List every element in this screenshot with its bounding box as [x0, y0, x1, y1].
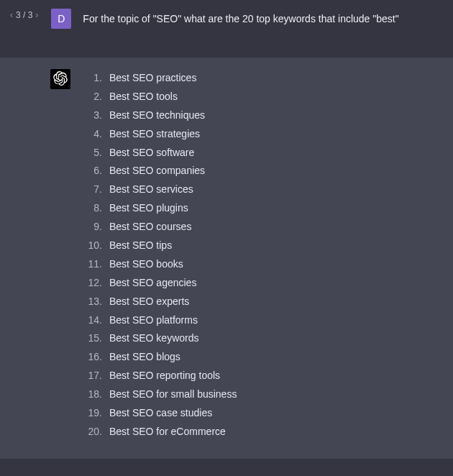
keyword-list: Best SEO practicesBest SEO toolsBest SEO…: [83, 69, 237, 441]
keyword-list-item: Best SEO keywords: [83, 329, 237, 348]
keyword-text: Best SEO agencies: [109, 274, 196, 293]
keyword-text: Best SEO books: [109, 255, 183, 274]
keyword-list-item: Best SEO services: [83, 180, 237, 199]
keyword-list-item: Best SEO plugins: [83, 199, 237, 218]
user-message-text: For the topic of "SEO" what are the 20 t…: [83, 9, 444, 27]
keyword-list-item: Best SEO case studies: [83, 404, 237, 423]
keyword-text: Best SEO software: [109, 144, 194, 163]
keyword-list-item: Best SEO software: [83, 144, 237, 163]
keyword-text: Best SEO courses: [109, 218, 191, 237]
keyword-list-item: Best SEO tips: [83, 237, 237, 255]
pager-prev-icon[interactable]: ‹: [9, 11, 14, 19]
openai-icon: [53, 71, 68, 88]
keyword-text: Best SEO case studies: [109, 404, 212, 423]
keyword-list-item: Best SEO experts: [83, 293, 237, 311]
keyword-list-item: Best SEO strategies: [83, 125, 237, 144]
keyword-text: Best SEO for small business: [109, 385, 237, 404]
keyword-list-item: Best SEO books: [83, 255, 237, 274]
keyword-list-item: Best SEO practices: [83, 69, 237, 88]
keyword-text: Best SEO keywords: [109, 329, 199, 348]
assistant-avatar: [50, 69, 70, 89]
user-message-row: ‹ 3 / 3 › D For the topic of "SEO" what …: [0, 0, 453, 58]
pager-display: 3 / 3: [16, 10, 32, 20]
keyword-text: Best SEO tools: [109, 88, 178, 106]
keyword-list-item: Best SEO blogs: [83, 348, 237, 367]
keyword-list-item: Best SEO for eCommerce: [83, 423, 237, 441]
message-pager: ‹ 3 / 3 ›: [9, 10, 40, 20]
keyword-text: Best SEO practices: [109, 69, 196, 88]
keyword-list-item: Best SEO platforms: [83, 311, 237, 330]
keyword-text: Best SEO tips: [109, 237, 172, 255]
keyword-list-item: Best SEO techniques: [83, 106, 237, 125]
keyword-list-item: Best SEO tools: [83, 88, 237, 106]
assistant-message-row: Best SEO practicesBest SEO toolsBest SEO…: [0, 58, 453, 459]
keyword-text: Best SEO plugins: [109, 199, 188, 218]
keyword-text: Best SEO services: [109, 180, 193, 199]
keyword-text: Best SEO blogs: [109, 348, 180, 367]
keyword-text: Best SEO reporting tools: [109, 367, 220, 385]
keyword-list-item: Best SEO agencies: [83, 274, 237, 293]
keyword-text: Best SEO strategies: [109, 125, 200, 144]
keyword-text: Best SEO experts: [109, 293, 189, 311]
user-avatar: D: [51, 9, 71, 29]
keyword-list-item: Best SEO courses: [83, 218, 237, 237]
keyword-list-item: Best SEO companies: [83, 162, 237, 180]
keyword-text: Best SEO for eCommerce: [109, 423, 226, 441]
conversation: ‹ 3 / 3 › D For the topic of "SEO" what …: [0, 0, 453, 459]
keyword-list-item: Best SEO for small business: [83, 385, 237, 404]
keyword-text: Best SEO companies: [109, 162, 205, 180]
keyword-list-item: Best SEO reporting tools: [83, 367, 237, 385]
keyword-text: Best SEO techniques: [109, 106, 205, 125]
pager-next-icon[interactable]: ›: [34, 11, 40, 19]
user-avatar-letter: D: [58, 13, 65, 24]
keyword-text: Best SEO platforms: [109, 311, 198, 330]
